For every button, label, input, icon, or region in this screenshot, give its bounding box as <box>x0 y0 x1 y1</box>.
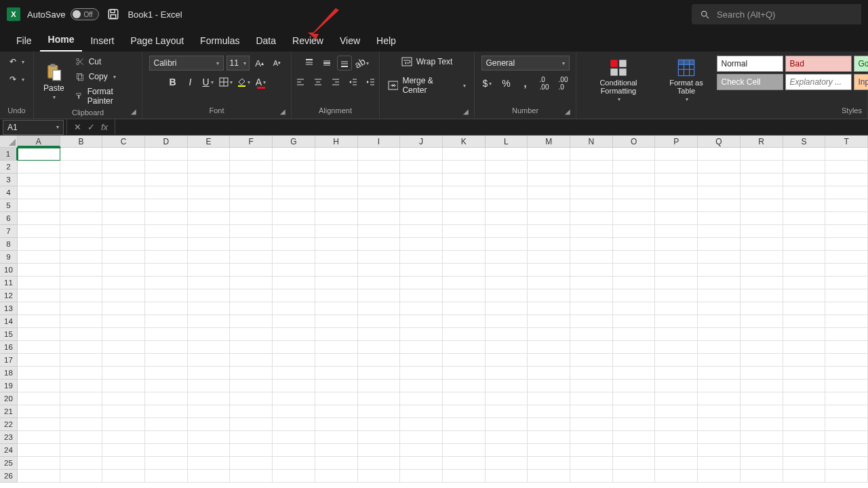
column-header[interactable]: J <box>400 136 443 147</box>
cell[interactable] <box>443 225 486 238</box>
cell[interactable] <box>655 264 698 277</box>
cell[interactable] <box>783 470 826 483</box>
cell[interactable] <box>570 174 613 186</box>
cell[interactable] <box>102 302 145 315</box>
cell[interactable] <box>570 199 613 212</box>
cell[interactable] <box>741 405 783 418</box>
tab-file[interactable]: File <box>8 31 40 52</box>
name-box[interactable]: A1▾ <box>3 120 64 135</box>
column-header[interactable]: T <box>825 136 868 147</box>
cell[interactable] <box>400 367 443 380</box>
cell[interactable] <box>102 148 145 161</box>
cell[interactable] <box>528 186 570 199</box>
cell[interactable] <box>145 457 188 470</box>
cell[interactable] <box>400 251 443 264</box>
cell[interactable] <box>443 418 486 431</box>
cell[interactable] <box>443 405 486 418</box>
cell[interactable] <box>188 264 231 277</box>
cell[interactable] <box>443 328 486 341</box>
cell[interactable] <box>655 289 698 302</box>
cell[interactable] <box>358 341 401 354</box>
cell[interactable] <box>655 367 698 380</box>
cell[interactable] <box>400 392 443 405</box>
cell[interactable] <box>273 405 315 418</box>
cell[interactable] <box>188 392 231 405</box>
cell[interactable] <box>273 212 315 225</box>
cell[interactable] <box>825 315 868 328</box>
cell[interactable] <box>486 315 528 328</box>
cell[interactable] <box>188 225 231 238</box>
column-header[interactable]: Q <box>698 136 741 147</box>
cell[interactable] <box>613 431 656 444</box>
cell[interactable] <box>18 392 60 405</box>
cell[interactable] <box>698 238 741 251</box>
cell[interactable] <box>102 264 145 277</box>
column-header[interactable]: C <box>102 136 145 147</box>
cell[interactable] <box>18 405 60 418</box>
cell[interactable] <box>825 161 868 174</box>
cell[interactable] <box>655 341 698 354</box>
cell[interactable] <box>825 444 868 457</box>
cell[interactable] <box>486 431 528 444</box>
cell[interactable] <box>273 392 315 405</box>
cell[interactable] <box>528 470 570 483</box>
cell[interactable] <box>273 457 315 470</box>
column-header[interactable]: A <box>18 136 60 147</box>
cell[interactable] <box>825 277 868 289</box>
cell[interactable] <box>698 457 741 470</box>
cell[interactable] <box>825 264 868 277</box>
cell[interactable] <box>188 212 231 225</box>
cell[interactable] <box>741 328 783 341</box>
cell[interactable] <box>358 431 401 444</box>
cell[interactable] <box>102 225 145 238</box>
cell[interactable] <box>145 405 188 418</box>
cell[interactable] <box>145 444 188 457</box>
font-launcher[interactable]: ◢ <box>280 108 288 116</box>
cell[interactable] <box>443 251 486 264</box>
row-header[interactable]: 26 <box>0 470 18 483</box>
cell[interactable] <box>60 238 103 251</box>
row-header[interactable]: 12 <box>0 289 18 302</box>
cell[interactable] <box>825 431 868 444</box>
row-header[interactable]: 1 <box>0 148 18 161</box>
cell[interactable] <box>400 161 443 174</box>
cell[interactable] <box>528 367 570 380</box>
cell[interactable] <box>230 161 273 174</box>
cell[interactable] <box>315 315 358 328</box>
cell[interactable] <box>698 225 741 238</box>
cell[interactable] <box>528 289 570 302</box>
cell[interactable] <box>570 380 613 392</box>
cell[interactable] <box>825 341 868 354</box>
decrease-font-button[interactable]: A▾ <box>270 56 285 70</box>
column-header[interactable]: B <box>60 136 103 147</box>
cell[interactable] <box>570 431 613 444</box>
cell[interactable] <box>443 444 486 457</box>
cell[interactable] <box>613 457 656 470</box>
cell[interactable] <box>443 470 486 483</box>
cell[interactable] <box>400 302 443 315</box>
cell[interactable] <box>486 444 528 457</box>
cell[interactable] <box>60 161 103 174</box>
cell[interactable] <box>443 264 486 277</box>
cell[interactable] <box>230 444 273 457</box>
cell[interactable] <box>60 186 103 199</box>
cell[interactable] <box>230 277 273 289</box>
row-header[interactable]: 11 <box>0 277 18 289</box>
cell[interactable] <box>188 251 231 264</box>
cell[interactable] <box>315 457 358 470</box>
cell[interactable] <box>315 225 358 238</box>
cell[interactable] <box>655 186 698 199</box>
font-color-button[interactable]: A▾ <box>254 75 269 89</box>
cell[interactable] <box>486 457 528 470</box>
cell[interactable] <box>698 289 741 302</box>
cell[interactable] <box>570 264 613 277</box>
cell[interactable] <box>315 161 358 174</box>
cell[interactable] <box>825 328 868 341</box>
cell[interactable] <box>358 444 401 457</box>
cell[interactable] <box>528 444 570 457</box>
cell[interactable] <box>273 302 315 315</box>
cell[interactable] <box>315 289 358 302</box>
cell[interactable] <box>188 431 231 444</box>
cell[interactable] <box>486 174 528 186</box>
cell[interactable] <box>273 264 315 277</box>
